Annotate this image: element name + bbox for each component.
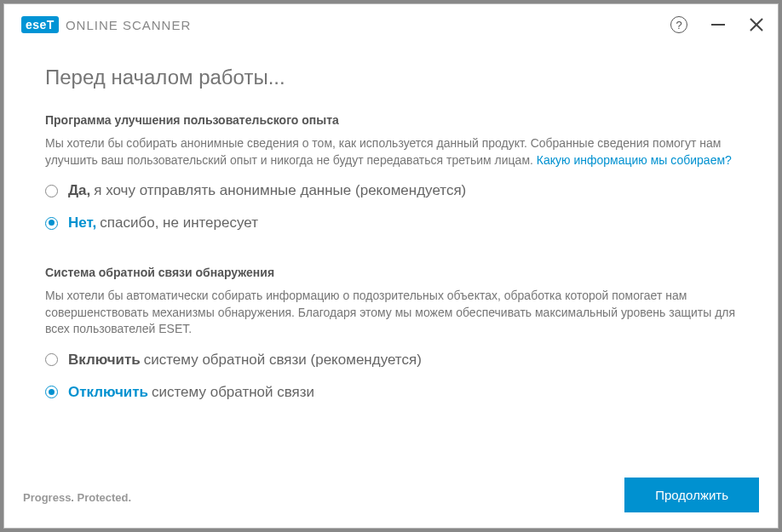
radio-label-rest: я хочу отправлять анонимные данные (реко… xyxy=(94,182,466,199)
radio-no-anonymous[interactable]: Нет, спасибо, не интересует xyxy=(45,215,737,232)
radio-label-bold: Да, xyxy=(68,182,90,199)
radio-enable-feedback[interactable]: Включить систему обратной связи (рекомен… xyxy=(45,352,737,369)
radio-label-rest: систему обратной связи (рекомендуется) xyxy=(144,352,422,369)
minimize-icon[interactable] xyxy=(711,24,725,26)
section1-title: Программа улучшения пользовательского оп… xyxy=(45,113,737,127)
tagline: Progress. Protected. xyxy=(23,491,131,504)
radio-label-rest: спасибо, не интересует xyxy=(100,215,258,232)
close-icon[interactable] xyxy=(749,17,764,32)
content: Перед началом работы... Программа улучше… xyxy=(4,45,778,471)
info-link[interactable]: Какую информацию мы собираем? xyxy=(537,153,732,167)
window-controls: ? xyxy=(670,16,764,33)
section1-text: Мы хотели бы собирать анонимные сведения… xyxy=(45,135,737,169)
radio-group-feedback: Включить систему обратной связи (рекомен… xyxy=(45,352,737,401)
radio-label-bold: Включить xyxy=(68,352,141,369)
radio-icon xyxy=(45,185,58,197)
radio-label-bold: Отключить xyxy=(68,384,148,401)
section2-title: Система обратной связи обнаружения xyxy=(45,266,737,279)
titlebar: eseT ONLINE SCANNER ? xyxy=(4,4,778,45)
radio-icon xyxy=(45,386,58,398)
radio-icon xyxy=(45,353,58,366)
radio-label-bold: Нет, xyxy=(68,215,96,232)
logo-badge: eseT xyxy=(21,16,59,33)
continue-button[interactable]: Продолжить xyxy=(624,478,759,512)
help-icon[interactable]: ? xyxy=(670,16,687,33)
radio-yes-anonymous[interactable]: Да, я хочу отправлять анонимные данные (… xyxy=(45,182,737,199)
logo: eseT ONLINE SCANNER xyxy=(21,16,191,33)
section-feedback-system: Система обратной связи обнаружения Мы хо… xyxy=(45,266,737,401)
logo-text: ONLINE SCANNER xyxy=(66,18,191,32)
radio-group-anonymous-data: Да, я хочу отправлять анонимные данные (… xyxy=(45,182,737,232)
section-ux-improvement: Программа улучшения пользовательского оп… xyxy=(45,113,737,232)
radio-disable-feedback[interactable]: Отключить систему обратной связи xyxy=(45,384,737,401)
radio-label-rest: систему обратной связи xyxy=(152,384,314,401)
app-window: eseT ONLINE SCANNER ? Перед началом рабо… xyxy=(3,3,779,529)
footer: Progress. Protected. Продолжить xyxy=(4,471,778,528)
page-title: Перед началом работы... xyxy=(45,66,737,89)
radio-icon xyxy=(45,217,58,230)
section2-text: Мы хотели бы автоматически собирать инфо… xyxy=(45,288,737,338)
